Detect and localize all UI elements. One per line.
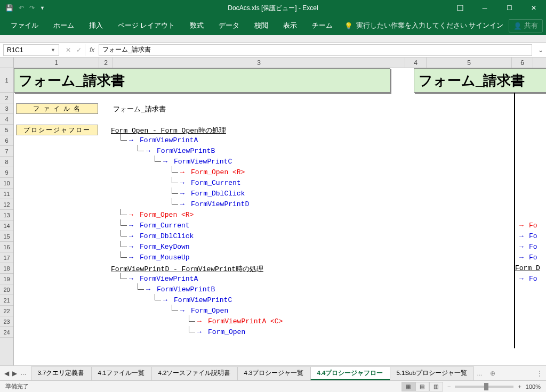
view-page-layout-button[interactable]: ▤ — [415, 382, 429, 391]
flow-item[interactable]: Form_Open — [191, 307, 228, 315]
row-header[interactable]: 24 — [0, 327, 13, 338]
close-button[interactable]: ✕ — [521, 0, 546, 16]
sheet-more-icon[interactable]: … — [473, 370, 486, 377]
sheet-tab[interactable]: 3.7クエリ定義書 — [31, 366, 92, 380]
flow-item[interactable]: FormViewPrintC — [174, 296, 232, 304]
select-all-corner[interactable] — [0, 58, 14, 68]
undo-icon[interactable]: ↶ — [19, 4, 24, 12]
row-header[interactable]: 18 — [0, 263, 13, 274]
maximize-button[interactable]: ☐ — [497, 0, 521, 16]
redo-icon[interactable]: ↷ — [29, 4, 35, 12]
flow-item[interactable]: Fo — [529, 222, 537, 230]
flow-item[interactable]: Form_Open <R> — [140, 211, 194, 219]
flow-item[interactable]: Form_Open <R> — [191, 168, 245, 176]
sheet-nav-prev-icon[interactable]: ▶ — [12, 370, 17, 377]
column-header[interactable]: 6 — [512, 58, 533, 68]
flow-item[interactable]: Form_Current — [191, 179, 241, 187]
sheet-nav-first-icon[interactable]: ◀ — [4, 370, 9, 377]
flow-item[interactable]: Form_MouseUp — [140, 254, 190, 262]
fx-icon[interactable]: fx — [85, 46, 99, 54]
row-header[interactable]: 12 — [0, 199, 13, 210]
flow-item[interactable]: FormViewPrintB — [157, 147, 215, 155]
sheet-tab[interactable]: 4.2ソースファイル説明書 — [151, 366, 238, 380]
row-header[interactable]: 13 — [0, 210, 13, 220]
tell-me[interactable]: 💡 実行したい作業を入力してください — [344, 21, 467, 30]
column-header[interactable]: 3 — [113, 58, 405, 68]
tab-home[interactable]: ホーム — [46, 16, 82, 35]
row-header[interactable]: 2 — [0, 93, 13, 103]
flow-item[interactable]: FormViewPrintC — [174, 158, 232, 166]
tab-file[interactable]: ファイル — [3, 16, 46, 35]
flow-item[interactable]: FormViewPrintA — [140, 275, 198, 283]
sheet-tab[interactable]: 4.3プロシージャ一覧 — [237, 366, 311, 380]
flow-item[interactable]: Fo — [529, 275, 537, 283]
zoom-out-button[interactable]: − — [447, 383, 451, 390]
zoom-level[interactable]: 100% — [526, 383, 541, 390]
signin-link[interactable]: サインイン — [469, 21, 503, 30]
tab-review[interactable]: 校閲 — [247, 16, 276, 35]
row-header[interactable]: 16 — [0, 242, 13, 252]
row-header[interactable]: 22 — [0, 306, 13, 316]
row-header[interactable]: 20 — [0, 284, 13, 295]
name-box[interactable]: R1C1 ▼ — [3, 44, 59, 56]
view-normal-button[interactable]: ▦ — [402, 382, 415, 391]
minimize-button[interactable]: ─ — [472, 0, 497, 16]
view-page-break-button[interactable]: ▥ — [429, 382, 443, 391]
sheet-nav-more-icon[interactable]: … — [20, 370, 27, 377]
column-header[interactable]: 1 — [14, 58, 99, 68]
sheet-options-icon[interactable]: ⋮ — [536, 370, 546, 377]
cancel-icon[interactable]: ✕ — [66, 46, 71, 54]
row-header[interactable]: 21 — [0, 295, 13, 306]
formula-input[interactable]: フォーム_請求書 — [99, 44, 532, 56]
sheet-tab[interactable]: 4.1ファイル一覧 — [91, 366, 152, 380]
row-header[interactable]: 14 — [0, 220, 13, 231]
accept-icon[interactable]: ✓ — [76, 46, 82, 54]
flow-item[interactable]: Fo — [529, 232, 537, 240]
flow-item[interactable]: FormViewPrintB — [157, 285, 215, 293]
flow-item[interactable]: Form_Current — [140, 222, 190, 230]
row-header[interactable]: 23 — [0, 316, 13, 327]
tab-data[interactable]: データ — [211, 16, 247, 35]
tab-view[interactable]: 表示 — [276, 16, 304, 35]
flow-item[interactable]: Form_DblClick — [191, 190, 245, 198]
sheet-tab[interactable]: 5.1Subプロシージャ一覧 — [390, 366, 474, 380]
tab-insert[interactable]: 挿入 — [82, 16, 110, 35]
qat-dropdown-icon[interactable]: ▼ — [40, 5, 45, 11]
add-sheet-button[interactable]: ⊕ — [486, 370, 500, 377]
formula-expand-icon[interactable]: ⌄ — [535, 46, 546, 54]
column-header[interactable]: 2 — [99, 58, 113, 68]
sheet-tab[interactable]: 4.4プロシージャフロー — [310, 366, 390, 380]
row-header[interactable]: 4 — [0, 114, 13, 125]
row-header[interactable]: 10 — [0, 178, 13, 189]
cells-area[interactable]: フォーム_請求書 フォーム_請求書 フ ァ イ ル 名プロシージャフローフォーム… — [14, 68, 546, 365]
row-header[interactable]: 3 — [0, 103, 13, 114]
column-header[interactable]: 4 — [405, 58, 427, 68]
tab-team[interactable]: チーム — [304, 16, 340, 35]
row-header[interactable]: 19 — [0, 274, 13, 284]
flow-item[interactable]: Form_DblClick — [140, 232, 194, 240]
tab-formulas[interactable]: 数式 — [182, 16, 211, 35]
ribbon-options-icon[interactable] — [448, 0, 472, 16]
flow-item[interactable]: Fo — [529, 243, 537, 251]
flow-item[interactable]: Fo — [529, 254, 537, 262]
row-header[interactable]: 5 — [0, 125, 13, 135]
chevron-down-icon[interactable]: ▼ — [51, 47, 55, 53]
share-button[interactable]: 👤 共有 — [509, 19, 543, 32]
column-header[interactable]: 5 — [427, 58, 512, 68]
flow-item[interactable]: Form_Open — [208, 328, 245, 336]
row-header[interactable]: 6 — [0, 135, 13, 146]
row-header[interactable]: 11 — [0, 189, 13, 199]
row-header[interactable]: 17 — [0, 252, 13, 263]
zoom-in-button[interactable]: + — [518, 383, 521, 390]
flow-item[interactable]: FormViewPrintA — [140, 136, 198, 144]
save-icon[interactable]: 💾 — [5, 4, 13, 12]
flow-item[interactable]: Form_KeyDown — [140, 243, 190, 251]
row-header[interactable]: 9 — [0, 167, 13, 178]
tab-page-layout[interactable]: ページ レイアウト — [110, 16, 182, 35]
row-header[interactable]: 1 — [0, 68, 13, 93]
flow-item[interactable]: FormViewPrintA <C> — [208, 317, 283, 325]
zoom-slider[interactable] — [455, 386, 513, 388]
row-header[interactable]: 8 — [0, 157, 13, 167]
row-header[interactable]: 7 — [0, 146, 13, 157]
flow-item[interactable]: FormViewPrintD — [191, 200, 249, 208]
